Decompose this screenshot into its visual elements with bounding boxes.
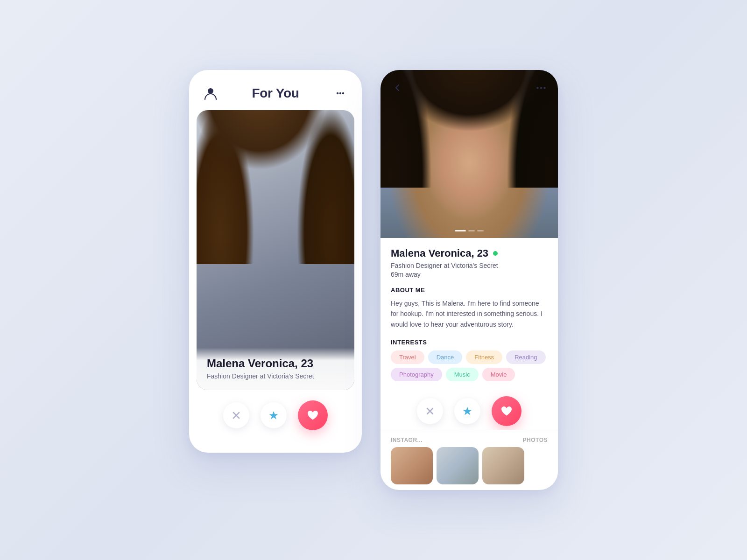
- instagram-section: INSTAGR... PHOTOS: [381, 430, 558, 490]
- like-button[interactable]: [298, 400, 328, 430]
- profile-card: Malena Veronica, 23 Fashion Designer at …: [197, 110, 354, 390]
- back-button[interactable]: [389, 79, 406, 96]
- interest-fitness[interactable]: Fitness: [466, 350, 502, 364]
- phone-for-you: For You Malena Veronica, 23 Fashion Desi…: [189, 70, 362, 453]
- profile-name-row: Malena Veronica, 23: [391, 247, 548, 259]
- interest-dance[interactable]: Dance: [428, 350, 463, 364]
- indicator-dot-2: [468, 230, 475, 231]
- profile-name: Malena Veronica, 23: [391, 247, 488, 259]
- profile-super-like-button[interactable]: [454, 398, 480, 424]
- photo-thumb-2[interactable]: [437, 447, 479, 484]
- card-info-overlay: Malena Veronica, 23 Fashion Designer at …: [197, 348, 354, 390]
- indicator-dot-3: [477, 230, 484, 231]
- page-title: For You: [252, 86, 299, 101]
- hair-overlay: [197, 110, 354, 264]
- svg-point-1: [337, 92, 338, 94]
- about-me-title: ABOUT ME: [391, 287, 548, 294]
- action-buttons: [189, 390, 362, 441]
- dislike-button[interactable]: [223, 402, 249, 428]
- online-status-dot: [493, 251, 498, 256]
- svg-point-0: [208, 88, 213, 94]
- photo-grid: [391, 447, 548, 490]
- chat-icon[interactable]: [332, 85, 349, 102]
- instagram-row: INSTAGR... PHOTOS: [391, 435, 548, 447]
- profile-dislike-button[interactable]: [417, 398, 443, 424]
- phones-container: For You Malena Veronica, 23 Fashion Desi…: [189, 70, 558, 490]
- instagram-label: INSTAGR...: [391, 437, 423, 443]
- interest-music[interactable]: Music: [446, 368, 479, 381]
- svg-point-6: [543, 87, 545, 89]
- photo-thumb-3[interactable]: [482, 447, 524, 484]
- interests-tags: Travel Dance Fitness Reading Photography…: [391, 350, 548, 381]
- interest-photography[interactable]: Photography: [391, 368, 442, 381]
- interests-title: INTERESTS: [391, 339, 548, 346]
- indicator-dot-1: [455, 230, 466, 231]
- svg-point-4: [536, 87, 538, 89]
- profile-like-button[interactable]: [492, 396, 521, 426]
- interest-reading[interactable]: Reading: [506, 350, 545, 364]
- phone-profile-detail: Malena Veronica, 23 Fashion Designer at …: [381, 70, 558, 490]
- card-name: Malena Veronica, 23: [207, 357, 344, 370]
- interest-travel[interactable]: Travel: [391, 350, 424, 364]
- profile-distance: 69m away: [391, 271, 548, 278]
- phone1-header: For You: [189, 70, 362, 110]
- profile-job: Fashion Designer at Victoria's Secret: [391, 262, 548, 269]
- photo-nav: [381, 79, 558, 96]
- svg-point-2: [339, 92, 341, 94]
- interest-movie[interactable]: Movie: [482, 368, 515, 381]
- about-me-text: Hey guys, This is Malena. I'm here to fi…: [391, 298, 548, 329]
- more-options-button[interactable]: [533, 79, 550, 96]
- profile-icon[interactable]: [202, 85, 219, 102]
- svg-point-5: [540, 87, 542, 89]
- photo-indicator: [455, 230, 484, 231]
- profile-action-buttons: [391, 389, 548, 430]
- svg-point-3: [342, 92, 344, 94]
- card-job: Fashion Designer at Victoria's Secret: [207, 372, 344, 380]
- super-like-button[interactable]: [261, 402, 287, 428]
- profile-photo: [381, 70, 558, 238]
- profile-content: Malena Veronica, 23 Fashion Designer at …: [381, 238, 558, 430]
- interests-section: INTERESTS Travel Dance Fitness Reading P…: [391, 339, 548, 381]
- photos-label: PHOTOS: [523, 437, 548, 443]
- photo-thumb-1[interactable]: [391, 447, 433, 484]
